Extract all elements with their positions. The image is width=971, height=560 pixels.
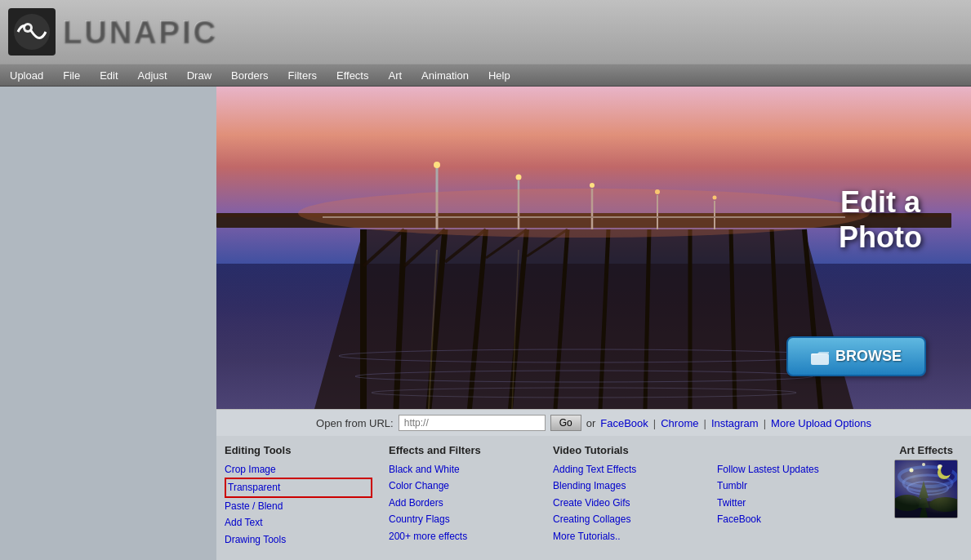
main: Edit a Photo BROWSE Open from URL: Go or… xyxy=(0,87,971,560)
center-content: Edit a Photo BROWSE Open from URL: Go or… xyxy=(216,87,971,560)
svg-point-50 xyxy=(941,464,952,476)
svg-marker-55 xyxy=(918,490,929,508)
footer-col2-heading: Effects and Filters xyxy=(389,444,537,456)
svg-point-47 xyxy=(922,463,925,466)
url-input[interactable] xyxy=(399,415,546,431)
facebook-link[interactable]: FaceBook xyxy=(600,417,648,429)
footer-col-effects-filters: Effects and Filters Black and White Colo… xyxy=(389,444,537,548)
separator-1: | xyxy=(653,417,656,429)
separator-2: | xyxy=(703,417,706,429)
link-crop-image[interactable]: Crop Image xyxy=(225,461,372,478)
svg-rect-41 xyxy=(895,460,958,518)
quote-section: "To be an artist is to believe in life."… xyxy=(216,554,971,560)
or-text: or xyxy=(586,417,596,429)
go-button[interactable]: Go xyxy=(550,415,581,431)
link-black-white[interactable]: Black and White xyxy=(389,461,537,478)
svg-marker-56 xyxy=(919,481,929,498)
nav-upload[interactable]: Upload xyxy=(0,66,53,85)
hero-heading-line2: Photo xyxy=(839,220,922,254)
svg-point-28 xyxy=(590,183,595,188)
footer-col-editing-tools: Editing Tools Crop Image Transparent Pas… xyxy=(225,444,372,548)
footer-col3-heading: Video Tutorials xyxy=(553,444,701,456)
svg-point-49 xyxy=(938,466,951,479)
logo-text: LUNAPIC xyxy=(62,15,217,50)
nav-animation[interactable]: Animation xyxy=(412,66,479,85)
link-color-change[interactable]: Color Change xyxy=(389,478,537,494)
link-facebook-social[interactable]: FaceBook xyxy=(717,511,865,527)
svg-point-34 xyxy=(298,189,870,238)
link-adding-text-effects[interactable]: Adding Text Effects xyxy=(553,461,701,478)
browse-button[interactable]: BROWSE xyxy=(786,336,926,376)
chrome-link[interactable]: Chrome xyxy=(661,417,698,429)
nav-edit[interactable]: Edit xyxy=(90,66,127,85)
link-add-borders[interactable]: Add Borders xyxy=(389,495,537,511)
folder-icon xyxy=(811,349,829,365)
svg-point-53 xyxy=(929,497,958,512)
separator-3: | xyxy=(764,417,766,429)
footer-col-art-effects: Art Effects xyxy=(889,444,963,548)
more-upload-options-link[interactable]: More Upload Options xyxy=(771,417,871,429)
link-add-text[interactable]: Add Text xyxy=(225,514,372,531)
svg-point-46 xyxy=(938,464,942,469)
hero-section: Edit a Photo BROWSE xyxy=(216,87,971,409)
navbar: Upload File Edit Adjust Draw Borders Fil… xyxy=(0,64,971,87)
footer-col-video-tutorials: Video Tutorials Adding Text Effects Blen… xyxy=(553,444,701,548)
link-200-effects[interactable]: 200+ more effects xyxy=(389,528,537,544)
link-drawing-tools[interactable]: Drawing Tools xyxy=(225,531,372,548)
url-bar: Open from URL: Go or FaceBook | Chrome |… xyxy=(216,409,971,436)
hero-heading: Edit a Photo xyxy=(839,184,922,255)
link-follow-updates[interactable]: Follow Lastest Updates xyxy=(717,461,865,478)
link-blending-images[interactable]: Blending Images xyxy=(553,478,701,494)
svg-marker-54 xyxy=(920,500,928,518)
logo-area: LUNAPIC xyxy=(8,8,217,56)
footer-col1-heading: Editing Tools xyxy=(225,444,372,456)
nav-file[interactable]: File xyxy=(53,66,90,85)
svg-point-52 xyxy=(895,495,922,511)
instagram-link[interactable]: Instagram xyxy=(711,417,759,429)
link-paste-blend[interactable]: Paste / Blend xyxy=(225,498,372,514)
svg-point-44 xyxy=(907,482,948,495)
footer-col-social: Follow Lastest Updates Tumblr Twitter Fa… xyxy=(717,444,865,548)
svg-point-48 xyxy=(947,473,950,477)
svg-point-42 xyxy=(899,467,956,487)
nav-art[interactable]: Art xyxy=(378,66,412,85)
svg-point-24 xyxy=(434,162,440,168)
link-more-tutorials[interactable]: More Tutorials.. xyxy=(553,528,701,544)
hero-heading-line1: Edit a xyxy=(840,185,920,219)
footer-links: Editing Tools Crop Image Transparent Pas… xyxy=(216,436,971,554)
nav-filters[interactable]: Filters xyxy=(278,66,327,85)
browse-label: BROWSE xyxy=(835,348,902,365)
link-transparent[interactable]: Transparent xyxy=(225,478,372,497)
link-twitter[interactable]: Twitter xyxy=(717,495,865,511)
svg-point-43 xyxy=(903,475,952,491)
art-effects-label: Art Effects xyxy=(899,444,953,456)
svg-point-45 xyxy=(910,469,914,473)
link-creating-collages[interactable]: Creating Collages xyxy=(553,511,701,527)
link-tumblr[interactable]: Tumblr xyxy=(717,478,865,494)
left-sidebar xyxy=(0,87,216,560)
header: LUNAPIC xyxy=(0,0,971,64)
svg-rect-40 xyxy=(811,353,829,365)
link-create-video-gifs[interactable]: Create Video Gifs xyxy=(553,495,701,511)
svg-rect-51 xyxy=(895,501,958,518)
nav-draw[interactable]: Draw xyxy=(177,66,221,85)
nav-adjust[interactable]: Adjust xyxy=(128,66,177,85)
svg-point-26 xyxy=(516,175,522,180)
logo-icon xyxy=(8,8,56,56)
link-country-flags[interactable]: Country Flags xyxy=(389,511,537,527)
nav-effects[interactable]: Effects xyxy=(327,66,379,85)
nav-borders[interactable]: Borders xyxy=(221,66,278,85)
footer-col4-heading xyxy=(717,444,865,456)
svg-point-2 xyxy=(25,25,30,30)
nav-help[interactable]: Help xyxy=(479,66,520,85)
art-effects-thumbnail[interactable] xyxy=(894,460,958,518)
art-thumbnail-svg xyxy=(895,460,958,518)
open-from-url-label: Open from URL: xyxy=(316,417,394,429)
logo-svg xyxy=(11,11,52,52)
